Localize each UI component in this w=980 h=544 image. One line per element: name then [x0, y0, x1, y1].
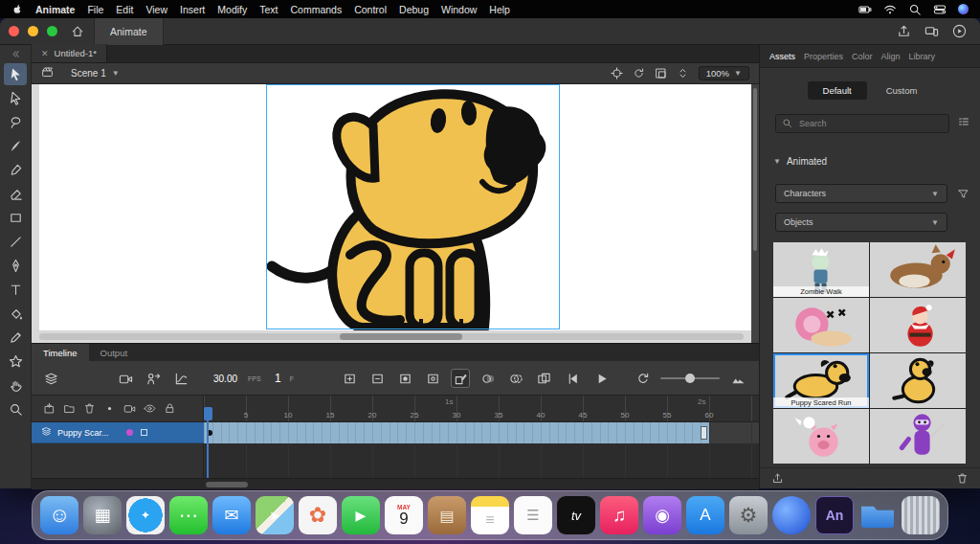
graph-button[interactable]	[171, 369, 190, 388]
camera-button[interactable]	[116, 369, 135, 388]
clapper-icon[interactable]	[41, 66, 54, 79]
dock-contacts-icon[interactable]: ▤	[428, 496, 466, 534]
timeline-tab-output[interactable]: Output	[89, 344, 140, 361]
dock-reminders-icon[interactable]: ☰	[514, 496, 552, 534]
characters-dropdown[interactable]: Characters ▼	[775, 184, 947, 203]
control-center-icon[interactable]	[933, 3, 947, 16]
objects-dropdown[interactable]: Objects ▼	[775, 213, 947, 232]
dock-downloads-icon[interactable]	[858, 496, 897, 534]
panel-tab-color[interactable]: Color	[852, 52, 873, 61]
asset-werewolf[interactable]	[870, 242, 966, 297]
layers-button[interactable]	[41, 369, 60, 388]
stepper-icon[interactable]	[677, 67, 689, 79]
tool-pencil[interactable]	[4, 327, 27, 349]
menu-item-window[interactable]: Window	[441, 4, 477, 15]
panel-tab-library[interactable]: Library	[909, 52, 936, 61]
timeline-scroll-thumb[interactable]	[206, 482, 248, 487]
dock-facetime-icon[interactable]: ▶	[342, 496, 380, 534]
tool-rectangle[interactable]	[4, 207, 27, 229]
canvas-vertical-scrollbar[interactable]	[751, 84, 759, 343]
dock-trash-icon[interactable]	[902, 496, 940, 534]
vscroll-thumb[interactable]	[753, 88, 757, 251]
dock-blue-circle-app-icon[interactable]	[772, 496, 811, 534]
dock-maps-icon[interactable]: ➤	[256, 496, 294, 534]
dock-podcasts-icon[interactable]: ◉	[643, 496, 681, 534]
search-box[interactable]	[775, 114, 949, 133]
rotate-icon[interactable]	[633, 67, 645, 79]
edit-multiple-frames-button[interactable]	[534, 369, 553, 388]
zoom-window-button[interactable]	[47, 26, 57, 36]
delete-icon[interactable]	[956, 472, 969, 485]
new-layer-icon[interactable]	[43, 402, 56, 415]
tool-classic-brush[interactable]	[4, 159, 27, 181]
devices-icon[interactable]	[924, 24, 939, 38]
battery-icon[interactable]	[858, 3, 872, 16]
dock-photos-icon[interactable]: ✿	[299, 496, 337, 534]
dock-notes-icon[interactable]: ≡	[471, 496, 509, 534]
segment-default[interactable]: Default	[808, 81, 867, 100]
layer-item[interactable]: Puppy Scar...	[32, 422, 204, 443]
tool-subselection[interactable]	[4, 87, 27, 109]
panel-tab-assets[interactable]: Assets	[769, 52, 795, 61]
advance-button[interactable]	[144, 369, 163, 388]
list-view-icon[interactable]	[957, 115, 970, 128]
close-window-button[interactable]	[9, 26, 19, 36]
segment-custom[interactable]: Custom	[871, 81, 933, 100]
dock-launchpad-icon[interactable]: ▦	[83, 496, 122, 534]
menu-item-file[interactable]: File	[87, 4, 103, 15]
menu-item-modify[interactable]: Modify	[217, 4, 247, 15]
dock-safari-icon[interactable]: ✦	[126, 496, 165, 534]
menu-item-help[interactable]: Help	[489, 4, 510, 15]
asset-snail[interactable]	[773, 298, 869, 352]
minimize-window-button[interactable]	[28, 26, 38, 36]
asset-puppy[interactable]	[870, 353, 966, 408]
search-input[interactable]	[797, 118, 943, 129]
panel-tab-align[interactable]: Align	[881, 52, 901, 61]
collapse-tools-icon[interactable]	[11, 47, 21, 60]
tool-lasso[interactable]	[4, 111, 27, 133]
dock-mail-icon[interactable]: ✉	[212, 496, 251, 534]
timeline-scrollbar[interactable]	[32, 478, 759, 489]
siri-icon[interactable]	[958, 4, 969, 14]
asset-piggy[interactable]	[773, 409, 869, 464]
timeline-tab-timeline[interactable]: Timeline	[32, 344, 89, 361]
fps-display[interactable]: 30.00FPS	[213, 361, 261, 396]
asset-ninja[interactable]	[870, 409, 966, 464]
tool-line[interactable]	[4, 231, 27, 253]
auto-keyframe-button[interactable]	[451, 369, 470, 388]
insert-keyframe-button[interactable]	[395, 369, 414, 388]
lock-all-icon[interactable]	[164, 402, 176, 415]
home-icon[interactable]	[71, 25, 84, 38]
share-icon[interactable]	[897, 24, 911, 38]
stage[interactable]	[39, 84, 751, 330]
asset-puppy-scared-run[interactable]: Puppy Scared Run	[773, 353, 869, 408]
menu-app-name[interactable]: Animate	[35, 4, 75, 15]
filter-button[interactable]	[955, 188, 970, 200]
show-hide-icon[interactable]	[144, 402, 156, 415]
insert-frame-button[interactable]	[340, 369, 359, 388]
playhead-marker[interactable]	[204, 407, 212, 420]
asset-santa[interactable]	[870, 298, 966, 352]
app-tab[interactable]: Animate	[94, 18, 164, 45]
animated-section-header[interactable]: ▼ Animated	[773, 156, 827, 167]
document-tab[interactable]: ✕ Untitled-1*	[32, 44, 107, 62]
dock-animate-icon[interactable]: An	[815, 496, 854, 534]
frame-size-button[interactable]	[728, 369, 747, 388]
menu-item-view[interactable]: View	[145, 4, 167, 15]
menu-item-text[interactable]: Text	[259, 4, 278, 15]
wifi-icon[interactable]	[883, 3, 897, 16]
layer-frames[interactable]	[204, 422, 759, 443]
filter-icon[interactable]	[957, 188, 969, 200]
tool-asset-warp[interactable]	[4, 351, 27, 373]
tool-fluid-brush[interactable]	[4, 135, 27, 157]
play-button[interactable]	[591, 369, 611, 388]
center-stage-icon[interactable]	[611, 67, 623, 79]
menu-item-edit[interactable]: Edit	[116, 4, 133, 15]
dock-finder-icon[interactable]: ☺	[40, 496, 78, 534]
menu-item-control[interactable]: Control	[354, 4, 387, 15]
onion-skin-button[interactable]	[479, 369, 498, 388]
hscroll-thumb[interactable]	[340, 333, 462, 340]
close-document-icon[interactable]: ✕	[41, 49, 49, 58]
asset-zombie-walk[interactable]: Zombie Walk	[773, 242, 869, 297]
step-back-button[interactable]	[564, 369, 583, 388]
